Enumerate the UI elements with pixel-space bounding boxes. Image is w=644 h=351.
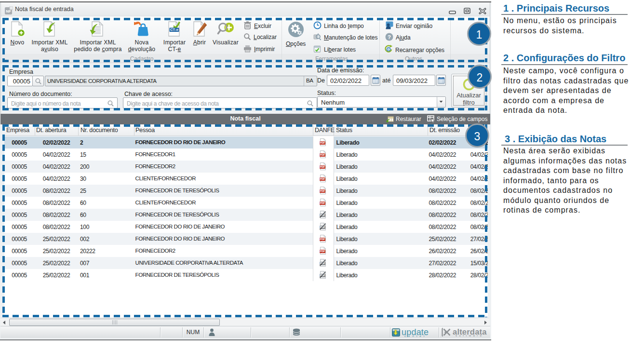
svg-text:PDF: PDF [320,202,325,204]
svg-text:PDF: PDF [320,141,325,144]
svg-text:PDF: PDF [320,189,325,192]
svg-text:PDF: PDF [320,238,325,241]
svg-text:PDF: PDF [320,165,325,168]
svg-text:CT-e: CT-e [170,27,178,32]
svg-text:PDF: PDF [320,177,325,180]
svg-text:PDF: PDF [320,250,325,253]
svg-text:PDF: PDF [320,153,325,156]
svg-text:?: ? [388,34,391,40]
